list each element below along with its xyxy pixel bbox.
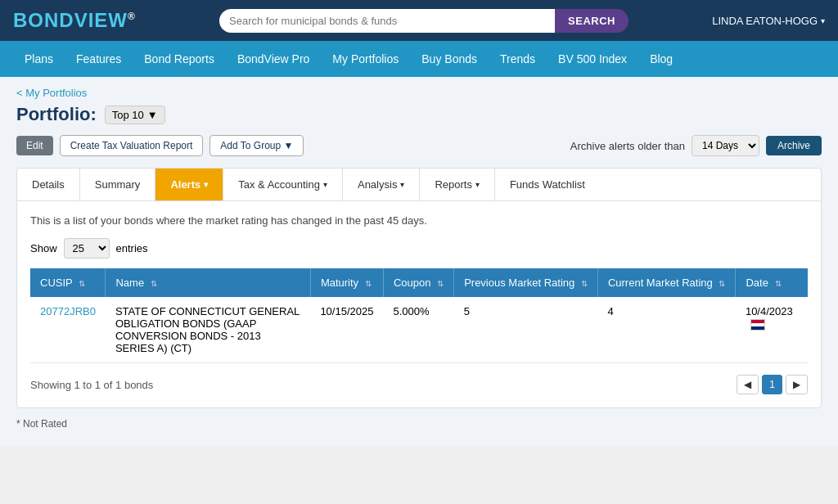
col-prev-rating[interactable]: Previous Market Rating ⇅ — [454, 268, 598, 297]
table-row: 20772JRB0 STATE OF CONNECTICUT GENERAL O… — [30, 297, 808, 363]
tab-tax-accounting[interactable]: Tax & Accounting ▾ — [223, 169, 343, 200]
cusip-link[interactable]: 20772JRB0 — [40, 305, 96, 317]
portfolio-title-area: Portfolio: Top 10 ▼ — [16, 104, 822, 125]
entries-select[interactable]: 25 10 50 100 — [64, 238, 110, 259]
tab-alerts[interactable]: Alerts ▾ — [155, 169, 223, 200]
add-to-group-button[interactable]: Add To Group ▼ — [210, 135, 304, 156]
table-footer: Showing 1 to 1 of 1 bonds ◀ 1 ▶ — [30, 375, 808, 394]
archive-button[interactable]: Archive — [766, 136, 822, 155]
bonds-table: CUSIP ⇅ Name ⇅ Maturity ⇅ Coupon ⇅ — [30, 268, 808, 363]
curr-rating-sort-icon: ⇅ — [719, 279, 725, 288]
date-sort-icon: ⇅ — [775, 279, 782, 288]
action-bar-right: Archive alerts older than 14 Days 7 Days… — [570, 135, 822, 156]
logo-bold: BOND — [13, 9, 74, 31]
nav-item-blog[interactable]: Blog — [638, 43, 684, 75]
tab-funds-watchlist[interactable]: Funds Watchlist — [495, 169, 600, 200]
main-nav: Plans Features Bond Reports BondView Pro… — [0, 41, 838, 77]
cell-cusip: 20772JRB0 — [30, 297, 106, 363]
col-name[interactable]: Name ⇅ — [106, 268, 310, 297]
cell-curr-rating: 4 — [597, 297, 736, 363]
nav-item-trends[interactable]: Trends — [489, 43, 547, 75]
user-name: LINDA EATON-HOGG — [712, 15, 818, 27]
action-bar-left: Edit Create Tax Valuation Report Add To … — [16, 135, 304, 156]
col-curr-rating[interactable]: Current Market Rating ⇅ — [597, 268, 736, 297]
cell-prev-rating: 5 — [454, 297, 598, 363]
cusip-sort-icon: ⇅ — [79, 279, 85, 288]
pagination: ◀ 1 ▶ — [737, 375, 808, 394]
panel-description: This is a list of your bonds where the m… — [30, 214, 808, 227]
cell-name: STATE OF CONNECTICUT GENERAL OBLIGATION … — [106, 297, 310, 363]
search-area: SEARCH — [219, 9, 628, 33]
footnote: * Not Rated — [16, 418, 822, 430]
user-menu[interactable]: LINDA EATON-HOGG ▾ — [712, 15, 825, 27]
portfolio-name-dropdown[interactable]: Top 10 ▼ — [105, 106, 165, 124]
archive-days-select[interactable]: 14 Days 7 Days 30 Days 60 Days 90 Days — [692, 135, 759, 156]
maturity-sort-icon: ⇅ — [365, 279, 372, 288]
portfolio-dropdown-icon: ▼ — [147, 109, 158, 121]
prev-page-button[interactable]: ◀ — [737, 375, 759, 394]
analysis-dropdown-icon: ▾ — [400, 180, 404, 189]
search-input[interactable] — [219, 9, 555, 33]
tab-reports[interactable]: Reports ▾ — [420, 169, 495, 200]
tab-analysis[interactable]: Analysis ▾ — [343, 169, 420, 200]
logo-reg: ® — [128, 11, 136, 22]
edit-button[interactable]: Edit — [16, 136, 53, 155]
page-1-button[interactable]: 1 — [762, 375, 782, 394]
col-date[interactable]: Date ⇅ — [736, 268, 808, 297]
prev-rating-sort-icon: ⇅ — [581, 279, 588, 288]
alerts-dropdown-icon: ▾ — [204, 180, 208, 189]
col-maturity[interactable]: Maturity ⇅ — [310, 268, 383, 297]
portfolio-name: Top 10 — [112, 109, 144, 121]
col-cusip[interactable]: CUSIP ⇅ — [30, 268, 106, 297]
nav-item-bondview-pro[interactable]: BondView Pro — [226, 43, 321, 75]
entries-label: entries — [116, 242, 148, 254]
nav-item-buy-bonds[interactable]: Buy Bonds — [410, 43, 489, 75]
next-page-button[interactable]: ▶ — [786, 375, 808, 394]
create-report-button[interactable]: Create Tax Valuation Report — [60, 135, 204, 156]
breadcrumb[interactable]: My Portfolios — [16, 87, 822, 99]
add-to-group-arrow-icon: ▼ — [284, 140, 294, 151]
cell-maturity: 10/15/2025 — [310, 297, 383, 363]
table-controls: Show 25 10 50 100 entries — [30, 238, 808, 259]
logo-light: VIEW — [74, 9, 128, 31]
col-coupon[interactable]: Coupon ⇅ — [383, 268, 453, 297]
main-panel: This is a list of your bonds where the m… — [16, 200, 822, 408]
show-label: Show — [30, 242, 57, 254]
cell-date: 10/4/2023 — [736, 297, 808, 363]
coupon-sort-icon: ⇅ — [437, 279, 444, 288]
user-chevron-icon: ▾ — [821, 16, 825, 25]
reports-dropdown-icon: ▾ — [475, 180, 480, 189]
nav-item-features[interactable]: Features — [65, 43, 133, 75]
tax-dropdown-icon: ▾ — [323, 180, 327, 189]
nav-item-bv500[interactable]: BV 500 Index — [547, 43, 638, 75]
logo: BONDVIEW® — [13, 9, 136, 32]
tabs: Details Summary Alerts ▾ Tax & Accountin… — [16, 168, 822, 200]
search-button[interactable]: SEARCH — [555, 9, 628, 33]
page-content: My Portfolios Portfolio: Top 10 ▼ Edit C… — [0, 77, 838, 446]
portfolio-label: Portfolio: — [16, 104, 97, 125]
archive-label: Archive alerts older than — [570, 140, 685, 152]
tab-summary[interactable]: Summary — [80, 169, 156, 200]
nav-item-bond-reports[interactable]: Bond Reports — [133, 43, 226, 75]
action-bar: Edit Create Tax Valuation Report Add To … — [16, 135, 822, 156]
nav-item-my-portfolios[interactable]: My Portfolios — [321, 43, 410, 75]
showing-text: Showing 1 to 1 of 1 bonds — [30, 379, 153, 391]
top-header: BONDVIEW® SEARCH LINDA EATON-HOGG ▾ — [0, 0, 838, 41]
flag-icon — [750, 319, 765, 331]
cell-coupon: 5.000% — [383, 297, 453, 363]
nav-item-plans[interactable]: Plans — [13, 43, 65, 75]
tab-details[interactable]: Details — [17, 169, 80, 200]
name-sort-icon: ⇅ — [151, 279, 157, 288]
